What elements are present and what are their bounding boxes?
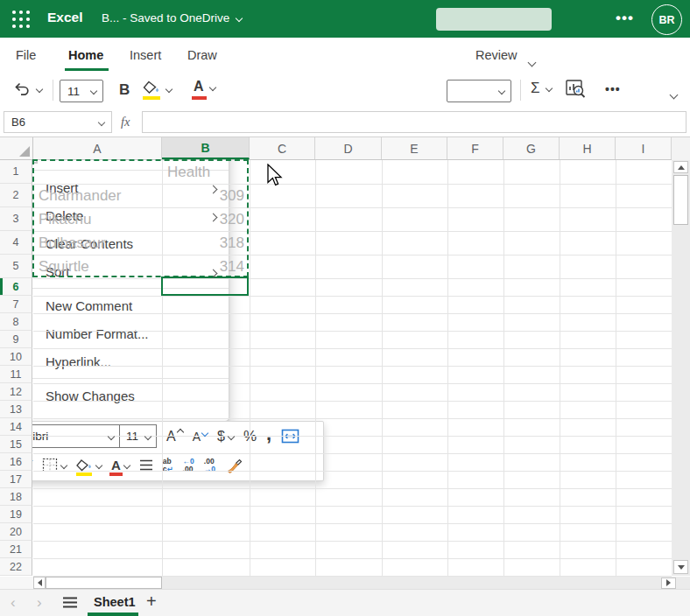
toolbar-more-icon[interactable]: ••• <box>605 82 621 96</box>
autosum-button[interactable]: Σ <box>531 80 552 97</box>
chevron-down-icon <box>144 432 151 439</box>
ribbon-tab-home[interactable]: Home <box>68 48 103 62</box>
row-header-9[interactable]: 9 <box>0 331 32 348</box>
row-header-4[interactable]: 4 <box>0 231 32 255</box>
gridline-horizontal <box>33 331 672 332</box>
ribbon-tab-file[interactable]: File <box>16 48 36 62</box>
name-box-value: B6 <box>4 116 99 129</box>
horizontal-scroll-thumb[interactable] <box>46 577 162 589</box>
arrow-left-icon <box>38 579 42 586</box>
scroll-down-button[interactable] <box>673 560 688 574</box>
column-header-H[interactable]: H <box>560 137 616 159</box>
row-header-10[interactable]: 10 <box>0 348 32 366</box>
sheet-tab-sheet1[interactable]: Sheet1 <box>94 595 136 609</box>
document-title[interactable]: B... - Saved to OneDrive <box>102 11 242 24</box>
row-header-17[interactable]: 17 <box>0 471 32 488</box>
column-header-I[interactable]: I <box>616 137 672 159</box>
row-header-18[interactable]: 18 <box>0 488 32 506</box>
row-header-22[interactable]: 22 <box>0 558 32 576</box>
sigma-icon: Σ <box>531 80 540 97</box>
name-box[interactable]: B6 <box>4 111 112 133</box>
next-sheet-button[interactable]: › <box>37 594 42 612</box>
column-header-B[interactable]: B <box>162 137 250 159</box>
row-header-14[interactable]: 14 <box>0 418 32 436</box>
gridline-horizontal <box>33 383 672 384</box>
fill-color-button[interactable] <box>76 459 102 472</box>
all-sheets-button[interactable] <box>62 596 78 609</box>
menu-item-hyperlink[interactable]: Hyperlink... <box>0 347 229 375</box>
font-size-select[interactable]: 11 <box>60 80 103 102</box>
gridline-horizontal <box>33 401 672 402</box>
scroll-left-button[interactable] <box>33 577 46 589</box>
search-box[interactable] <box>436 8 552 31</box>
scroll-right-button[interactable] <box>661 578 676 589</box>
select-all-triangle-icon <box>19 146 30 157</box>
app-name: Excel <box>47 10 83 25</box>
menu-item-show-changes[interactable]: Show Changes <box>0 382 229 410</box>
comma-format-button[interactable]: , <box>266 423 271 445</box>
fill-color-button[interactable] <box>143 80 172 95</box>
add-sheet-button[interactable]: + <box>146 592 157 612</box>
row-header-1[interactable]: 1 <box>0 160 32 184</box>
prev-sheet-button[interactable]: ‹ <box>11 594 16 612</box>
column-header-G[interactable]: G <box>503 137 560 159</box>
gridline-horizontal <box>33 453 672 454</box>
more-tabs-chevron-icon[interactable] <box>528 59 537 67</box>
menu-item-label: Number Format... <box>46 326 216 341</box>
number-format-select[interactable] <box>447 80 511 102</box>
vertical-scroll-thumb[interactable] <box>673 175 688 225</box>
row-header-5[interactable]: 5 <box>0 255 32 278</box>
ribbon-tab-review[interactable]: Review <box>475 48 518 62</box>
row-header-6[interactable]: 6 <box>0 278 32 296</box>
formula-bar-row: B6 fx <box>0 108 690 137</box>
column-header-F[interactable]: F <box>447 137 503 159</box>
arrow-down-icon <box>678 565 685 570</box>
font-color-swatch <box>109 472 123 476</box>
font-color-swatch <box>192 96 207 100</box>
row-header-11[interactable]: 11 <box>0 366 32 383</box>
ribbon-tab-insert[interactable]: Insert <box>130 48 161 62</box>
gridline-horizontal <box>33 296 672 297</box>
column-header-C[interactable]: C <box>250 137 315 159</box>
ribbon-tab-draw[interactable]: Draw <box>187 48 217 62</box>
column-header-E[interactable]: E <box>382 137 447 159</box>
chevron-down-icon <box>108 432 115 439</box>
active-tab-underline <box>65 68 109 71</box>
quick-toolbar: 11 B A Σ <box>0 73 690 109</box>
row-header-7[interactable]: 7 <box>0 296 32 313</box>
app-launcher-waffle-icon[interactable] <box>10 8 32 31</box>
avatar[interactable]: BR <box>651 4 682 35</box>
gridline-horizontal <box>33 348 672 349</box>
row-header-15[interactable]: 15 <box>0 436 32 453</box>
gridline-horizontal <box>33 418 672 419</box>
gridline-horizontal <box>33 523 672 524</box>
collapse-ribbon-chevron-icon[interactable] <box>670 91 679 100</box>
row-header-2[interactable]: 2 <box>0 184 32 207</box>
font-size-value: 11 <box>60 85 91 98</box>
undo-button[interactable] <box>13 80 42 97</box>
align-button[interactable] <box>139 459 153 471</box>
row-header-8[interactable]: 8 <box>0 313 32 331</box>
formula-input[interactable] <box>142 111 686 133</box>
vertical-scrollbar[interactable] <box>672 160 690 576</box>
row-header-3[interactable]: 3 <box>0 207 32 231</box>
active-cell-outline <box>161 276 249 296</box>
bold-button[interactable]: B <box>119 81 130 99</box>
menu-item-number-format[interactable]: 123Number Format... <box>0 319 229 347</box>
horizontal-scrollbar[interactable] <box>33 577 690 589</box>
row-header-13[interactable]: 13 <box>0 401 32 418</box>
row-header-19[interactable]: 19 <box>0 506 32 523</box>
column-header-D[interactable]: D <box>315 137 382 159</box>
titlebar-more-icon[interactable]: ••• <box>616 10 634 27</box>
fx-icon[interactable]: fx <box>121 115 130 130</box>
row-header-20[interactable]: 20 <box>0 523 32 541</box>
scroll-up-button[interactable] <box>673 161 688 173</box>
analyze-data-button[interactable] <box>565 79 587 100</box>
row-header-21[interactable]: 21 <box>0 541 32 558</box>
row-header-16[interactable]: 16 <box>0 453 32 471</box>
select-all-corner[interactable] <box>0 137 33 159</box>
row-header-12[interactable]: 12 <box>0 383 32 401</box>
column-header-A[interactable]: A <box>33 137 162 159</box>
font-color-button[interactable]: A <box>194 79 215 94</box>
chevron-down-icon <box>98 118 105 125</box>
